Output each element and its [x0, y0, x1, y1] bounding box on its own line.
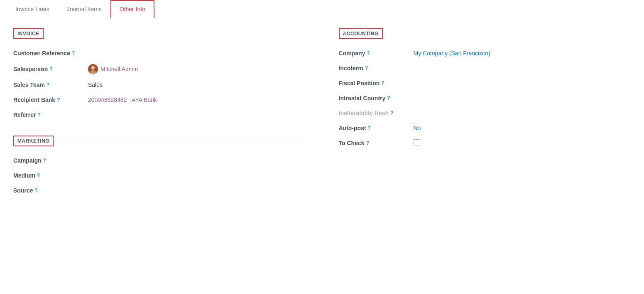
- salesperson-row: Salesperson ? Mitchell Admin: [13, 61, 306, 77]
- inalterability-hash-help-icon[interactable]: ?: [390, 110, 393, 116]
- company-row: Company ? My Company (San Francisco): [339, 46, 631, 61]
- invoice-section-title: INVOICE: [13, 28, 44, 39]
- source-help-icon[interactable]: ?: [34, 188, 37, 193]
- recipient-bank-label: Recipient Bank ?: [13, 96, 88, 103]
- to-check-checkbox[interactable]: [414, 139, 420, 146]
- inalterability-hash-label: Inalterability Hash ?: [339, 110, 414, 116]
- right-panel: ACCOUNTING Company ? My Company (San Fra…: [322, 28, 631, 211]
- tab-other-info[interactable]: Other Info: [110, 0, 154, 18]
- sales-team-value[interactable]: Sales: [88, 82, 306, 88]
- fiscal-position-row: Fiscal Position ?: [339, 76, 631, 91]
- medium-row: Medium ?: [13, 168, 306, 183]
- medium-help-icon[interactable]: ?: [37, 173, 40, 178]
- campaign-row: Campaign ?: [13, 153, 306, 168]
- salesperson-help-icon[interactable]: ?: [49, 66, 52, 72]
- auto-post-row: Auto-post ? No: [339, 121, 631, 136]
- sales-team-row: Sales Team ? Sales: [13, 77, 306, 92]
- referrer-row: Referrer ?: [13, 107, 306, 122]
- accounting-section-title: ACCOUNTING: [339, 28, 383, 39]
- source-row: Source ?: [13, 183, 306, 198]
- source-label: Source ?: [13, 187, 88, 194]
- auto-post-help-icon[interactable]: ?: [368, 125, 371, 131]
- recipient-bank-row: Recipient Bank ? 200048628482 - AYA Bank: [13, 92, 306, 107]
- referrer-label: Referrer ?: [13, 111, 88, 118]
- inalterability-hash-row: Inalterability Hash ?: [339, 106, 631, 121]
- customer-reference-row: Customer Reference ?: [13, 46, 306, 61]
- marketing-section: MARKETING Campaign ? Medium ?: [13, 136, 306, 198]
- to-check-label: To Check ?: [339, 140, 414, 146]
- incoterm-label: Incoterm ?: [339, 65, 414, 72]
- fiscal-position-help-icon[interactable]: ?: [381, 80, 384, 86]
- tabs-bar: Invoice Lines Journal Items Other Info: [0, 0, 644, 18]
- invoice-divider: [49, 34, 306, 34]
- campaign-label: Campaign ?: [13, 157, 88, 164]
- auto-post-value[interactable]: No: [414, 125, 631, 131]
- customer-reference-label: Customer Reference ?: [13, 50, 88, 57]
- auto-post-label: Auto-post ?: [339, 125, 414, 131]
- svg-point-1: [91, 66, 95, 69]
- marketing-divider: [59, 141, 305, 141]
- sales-team-label: Sales Team ?: [13, 82, 88, 88]
- customer-reference-help-icon[interactable]: ?: [72, 50, 75, 56]
- accounting-section-header: ACCOUNTING: [339, 28, 631, 39]
- intrastat-country-row: Intrastat Country ?: [339, 91, 631, 106]
- tab-invoice-lines[interactable]: Invoice Lines: [7, 0, 58, 18]
- tab-journal-items[interactable]: Journal Items: [58, 0, 110, 18]
- to-check-value: [414, 139, 631, 147]
- salesperson-value[interactable]: Mitchell Admin: [88, 64, 306, 74]
- main-content: INVOICE Customer Reference ? Salesperson…: [0, 18, 644, 221]
- salesperson-label: Salesperson ?: [13, 66, 88, 72]
- company-value[interactable]: My Company (San Francisco): [414, 50, 631, 57]
- marketing-section-header: MARKETING: [13, 136, 306, 146]
- company-help-icon[interactable]: ?: [367, 50, 370, 56]
- company-label: Company ?: [339, 50, 414, 57]
- to-check-help-icon[interactable]: ?: [366, 140, 369, 146]
- campaign-help-icon[interactable]: ?: [43, 158, 46, 163]
- recipient-bank-value[interactable]: 200048628482 - AYA Bank: [88, 96, 306, 103]
- accounting-section: ACCOUNTING Company ? My Company (San Fra…: [339, 28, 631, 151]
- to-check-row: To Check ?: [339, 136, 631, 151]
- medium-label: Medium ?: [13, 172, 88, 179]
- incoterm-row: Incoterm ?: [339, 61, 631, 76]
- left-panel: INVOICE Customer Reference ? Salesperson…: [13, 28, 322, 211]
- incoterm-help-icon[interactable]: ?: [365, 65, 368, 71]
- fiscal-position-label: Fiscal Position ?: [339, 80, 414, 86]
- accounting-divider: [388, 34, 631, 34]
- invoice-section-header: INVOICE: [13, 28, 306, 39]
- recipient-bank-help-icon[interactable]: ?: [57, 97, 60, 103]
- salesperson-avatar: [88, 64, 98, 74]
- referrer-help-icon[interactable]: ?: [37, 112, 40, 118]
- marketing-section-title: MARKETING: [13, 136, 54, 146]
- intrastat-country-help-icon[interactable]: ?: [387, 95, 390, 101]
- intrastat-country-label: Intrastat Country ?: [339, 95, 414, 101]
- sales-team-help-icon[interactable]: ?: [47, 82, 49, 88]
- invoice-section: INVOICE Customer Reference ? Salesperson…: [13, 28, 306, 122]
